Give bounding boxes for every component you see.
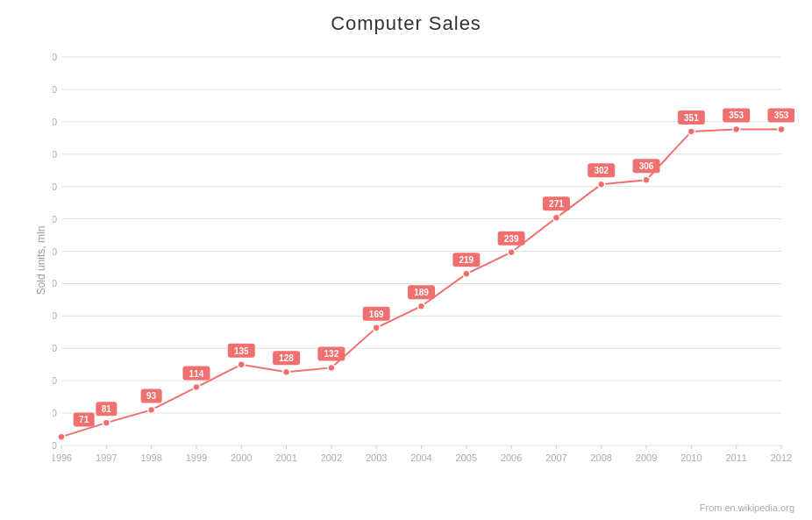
svg-text:390: 390 [53,84,57,95]
svg-text:2008: 2008 [591,452,612,463]
svg-point-65 [283,368,290,375]
svg-text:1998: 1998 [140,452,161,463]
svg-text:210: 210 [53,278,57,288]
svg-text:114: 114 [189,369,204,379]
svg-text:360: 360 [53,117,57,127]
svg-text:169: 169 [369,310,384,319]
svg-text:2006: 2006 [501,452,522,463]
svg-text:1999: 1999 [186,452,207,463]
svg-text:180: 180 [53,310,57,321]
y-axis-label: Sold units, mln [35,225,47,295]
svg-text:420: 420 [53,52,57,62]
svg-point-61 [103,419,110,426]
chart-container: Computer Sales Sold units, mln 609012015… [0,0,812,520]
svg-text:1997: 1997 [96,452,117,463]
svg-text:2000: 2000 [231,452,252,463]
svg-point-76 [778,125,785,132]
svg-point-71 [552,214,559,221]
svg-point-63 [193,384,200,391]
chart-title: Computer Sales [0,0,812,35]
svg-point-69 [463,270,470,277]
svg-text:2011: 2011 [725,452,746,463]
svg-text:353: 353 [729,110,744,120]
svg-text:2004: 2004 [410,452,431,463]
svg-text:90: 90 [53,408,57,418]
svg-text:240: 240 [53,246,57,257]
svg-text:71: 71 [79,415,89,424]
svg-text:2007: 2007 [545,452,566,463]
svg-text:93: 93 [146,391,157,401]
svg-point-60 [58,433,65,440]
svg-point-62 [148,406,155,413]
svg-text:2009: 2009 [636,452,657,463]
svg-point-75 [733,125,740,132]
svg-point-67 [373,324,380,331]
svg-text:302: 302 [594,166,609,175]
svg-text:81: 81 [102,404,112,414]
svg-point-70 [508,249,515,256]
svg-point-66 [328,364,335,371]
svg-text:351: 351 [684,113,699,123]
svg-text:60: 60 [53,440,57,451]
svg-text:330: 330 [53,149,57,160]
svg-text:2012: 2012 [771,452,792,463]
svg-text:150: 150 [53,343,57,353]
svg-text:300: 300 [53,182,57,192]
svg-text:189: 189 [414,288,429,297]
svg-text:2002: 2002 [321,452,342,463]
svg-text:271: 271 [549,199,564,209]
svg-text:132: 132 [324,349,339,359]
svg-text:1996: 1996 [53,452,72,463]
svg-point-64 [238,361,245,368]
svg-text:128: 128 [279,353,294,363]
svg-point-73 [643,176,650,183]
svg-point-72 [598,181,605,188]
svg-text:135: 135 [234,346,249,356]
svg-text:2005: 2005 [456,452,477,463]
chart-area: 6090120150180210240270300330360390420199… [53,48,794,472]
svg-text:2010: 2010 [680,452,702,463]
svg-text:219: 219 [459,255,474,265]
svg-point-74 [687,128,694,135]
svg-text:270: 270 [53,214,57,224]
svg-text:2001: 2001 [275,452,296,463]
svg-text:2003: 2003 [366,452,387,463]
attribution: From en.wikipedia.org [700,502,794,513]
svg-text:120: 120 [53,375,57,386]
svg-point-68 [418,303,425,310]
svg-text:306: 306 [639,161,654,171]
chart-svg: 6090120150180210240270300330360390420199… [53,48,794,472]
svg-text:239: 239 [504,234,519,244]
svg-text:353: 353 [774,110,789,120]
